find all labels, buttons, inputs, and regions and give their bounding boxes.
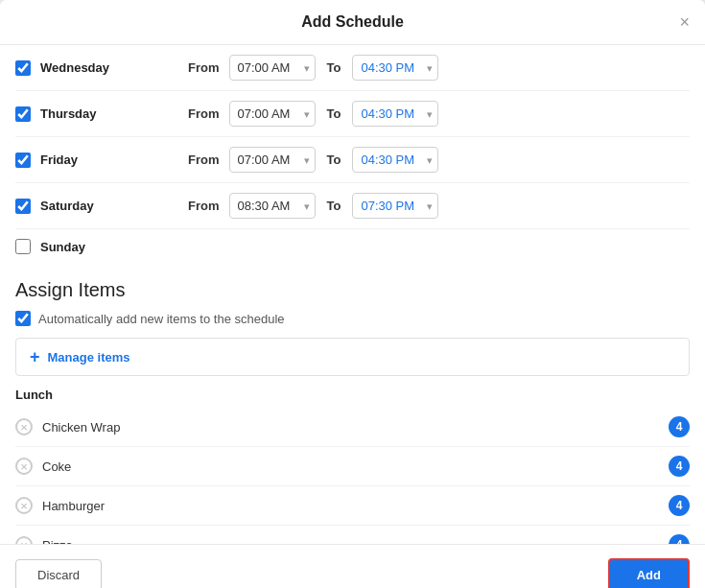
manage-items-button[interactable]: + Manage items [15,338,690,376]
auto-add-checkbox[interactable] [15,311,31,326]
time-controls: From 07:00 AM To 04:30 PM [188,101,690,127]
add-schedule-modal: Add Schedule × Wednesday From 07:00 AM T… [0,0,705,588]
modal-footer: Discard Add [0,544,705,588]
day-checkbox-wrap: Saturday [15,199,188,214]
to-label: To [327,153,341,167]
to-time-wrap: 04:30 PM [352,55,438,81]
day-label: Sunday [40,240,85,254]
from-time-wrap: 07:00 AM [229,101,316,127]
schedule-row: Sunday [15,229,690,264]
from-time-select[interactable]: 08:30 AM [229,193,316,219]
item-name: Chicken Wrap [42,420,669,435]
day-checkbox-wrap: Wednesday [15,60,188,76]
list-item: × Chicken Wrap 4 [15,408,690,447]
schedule-row: Saturday From 08:30 AM To 07:30 PM [15,183,690,229]
to-time-select[interactable]: 04:30 PM [352,101,438,127]
items-group: Lunch × Chicken Wrap 4 × Coke 4 × Hambur… [0,376,705,544]
list-item: × Pizza 4 [15,526,690,544]
remove-item-icon[interactable]: × [15,497,33,514]
day-checkbox[interactable] [15,239,31,254]
to-label: To [327,60,341,75]
group-title: Lunch [15,376,690,408]
day-label: Saturday [40,199,94,213]
time-controls: From 07:00 AM To 04:30 PM [188,55,690,81]
modal-title: Add Schedule [301,13,404,31]
to-time-select[interactable]: 07:30 PM [352,193,438,219]
to-time-wrap: 04:30 PM [352,147,438,173]
day-label: Thursday [40,106,97,121]
day-checkbox-wrap: Sunday [15,239,188,254]
discard-button[interactable]: Discard [15,559,102,588]
assign-section: Assign Items Automatically add new items… [0,264,705,376]
remove-item-icon[interactable]: × [15,536,33,544]
from-time-select[interactable]: 07:00 AM [229,55,316,81]
list-item: × Coke 4 [15,447,690,486]
item-count-badge: 4 [669,416,690,437]
from-time-wrap: 08:30 AM [229,193,316,219]
day-label: Wednesday [40,60,109,75]
day-checkbox[interactable] [15,153,31,168]
schedule-row: Wednesday From 07:00 AM To 04:30 PM [15,45,690,91]
schedule-rows: Wednesday From 07:00 AM To 04:30 PM [0,45,705,264]
to-time-wrap: 07:30 PM [352,193,438,219]
item-count-badge: 4 [669,456,690,477]
item-count-badge: 4 [669,495,690,516]
day-checkbox[interactable] [15,60,31,76]
from-label: From [188,153,220,167]
close-button[interactable]: × [679,13,690,31]
manage-items-label: Manage items [48,350,130,365]
from-label: From [188,106,220,121]
from-time-select[interactable]: 07:00 AM [229,101,316,127]
day-checkbox-wrap: Friday [15,153,188,168]
remove-item-icon[interactable]: × [15,418,33,435]
to-time-select[interactable]: 04:30 PM [352,147,438,173]
from-time-wrap: 07:00 AM [229,55,316,81]
day-checkbox[interactable] [15,199,31,214]
from-time-select[interactable]: 07:00 AM [229,147,316,173]
day-checkbox[interactable] [15,106,31,122]
time-controls: From 07:00 AM To 04:30 PM [188,147,690,173]
auto-add-label: Automatically add new items to the sched… [38,312,285,326]
time-controls: From 08:30 AM To 07:30 PM [188,193,690,219]
to-time-select[interactable]: 04:30 PM [352,55,438,81]
modal-body: Wednesday From 07:00 AM To 04:30 PM [0,45,705,544]
day-checkbox-wrap: Thursday [15,106,188,122]
to-label: To [327,106,341,121]
item-name: Pizza [42,538,669,545]
assign-title: Assign Items [15,279,690,301]
plus-icon: + [30,348,40,365]
day-label: Friday [40,153,78,167]
list-item: × Hamburger 4 [15,486,690,526]
auto-add-row: Automatically add new items to the sched… [15,311,690,326]
from-time-wrap: 07:00 AM [229,147,316,173]
add-button[interactable]: Add [608,558,690,588]
modal-header: Add Schedule × [0,0,705,45]
from-label: From [188,60,220,75]
item-count-badge: 4 [669,534,690,544]
schedule-row: Thursday From 07:00 AM To 04:30 PM [15,91,690,137]
to-time-wrap: 04:30 PM [352,101,438,127]
schedule-row: Friday From 07:00 AM To 04:30 PM [15,137,690,183]
from-label: From [188,199,220,213]
to-label: To [327,199,341,213]
item-name: Hamburger [42,499,669,513]
remove-item-icon[interactable]: × [15,458,33,475]
item-name: Coke [42,459,669,474]
